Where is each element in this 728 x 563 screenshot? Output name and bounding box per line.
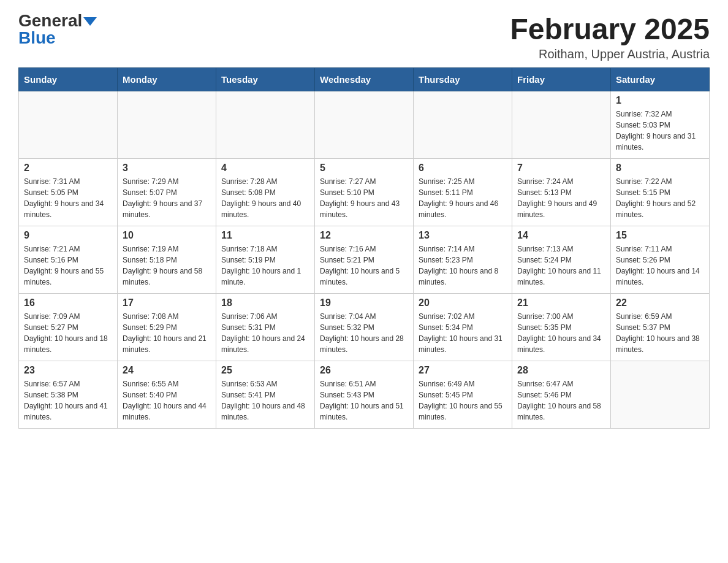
day-number: 18 — [221, 297, 309, 308]
day-number: 16 — [24, 297, 112, 308]
logo: General Blue — [18, 12, 97, 47]
day-number: 26 — [320, 365, 408, 376]
day-of-week-monday: Monday — [118, 68, 216, 91]
calendar-cell — [118, 91, 216, 159]
day-info: Sunrise: 7:21 AMSunset: 5:16 PMDaylight:… — [24, 243, 112, 288]
day-info: Sunrise: 7:00 AMSunset: 5:35 PMDaylight:… — [517, 311, 605, 355]
calendar-cell: 5Sunrise: 7:27 AMSunset: 5:10 PMDaylight… — [315, 159, 414, 226]
calendar-cell: 4Sunrise: 7:28 AMSunset: 5:08 PMDaylight… — [216, 159, 315, 226]
page-header: General Blue February 2025 Roitham, Uppe… — [18, 12, 710, 61]
calendar-cell: 15Sunrise: 7:11 AMSunset: 5:26 PMDayligh… — [611, 226, 710, 294]
calendar-cell — [315, 91, 414, 159]
day-number: 3 — [123, 163, 211, 174]
day-info: Sunrise: 6:57 AMSunset: 5:38 PMDaylight:… — [24, 378, 112, 423]
day-info: Sunrise: 6:47 AMSunset: 5:46 PMDaylight:… — [517, 378, 605, 423]
calendar-cell: 19Sunrise: 7:04 AMSunset: 5:32 PMDayligh… — [315, 294, 414, 361]
logo-blue: Blue — [18, 29, 56, 47]
day-number: 21 — [517, 297, 605, 308]
week-row-5: 23Sunrise: 6:57 AMSunset: 5:38 PMDayligh… — [19, 361, 710, 429]
day-info: Sunrise: 7:08 AMSunset: 5:29 PMDaylight:… — [123, 311, 211, 355]
calendar-cell: 6Sunrise: 7:25 AMSunset: 5:11 PMDaylight… — [414, 159, 512, 226]
calendar-cell: 10Sunrise: 7:19 AMSunset: 5:18 PMDayligh… — [118, 226, 216, 294]
day-info: Sunrise: 7:11 AMSunset: 5:26 PMDaylight:… — [616, 243, 704, 288]
day-of-week-thursday: Thursday — [414, 68, 512, 91]
week-row-4: 16Sunrise: 7:09 AMSunset: 5:27 PMDayligh… — [19, 294, 710, 361]
day-number: 25 — [221, 365, 309, 376]
calendar-header: SundayMondayTuesdayWednesdayThursdayFrid… — [19, 68, 710, 91]
day-info: Sunrise: 6:59 AMSunset: 5:37 PMDaylight:… — [616, 311, 704, 355]
day-info: Sunrise: 7:13 AMSunset: 5:24 PMDaylight:… — [517, 243, 605, 288]
day-info: Sunrise: 7:09 AMSunset: 5:27 PMDaylight:… — [24, 311, 112, 355]
calendar-cell: 16Sunrise: 7:09 AMSunset: 5:27 PMDayligh… — [19, 294, 118, 361]
day-number: 2 — [24, 163, 112, 174]
calendar-cell — [216, 91, 315, 159]
day-number: 4 — [221, 163, 309, 174]
calendar-cell — [414, 91, 512, 159]
day-info: Sunrise: 7:18 AMSunset: 5:19 PMDaylight:… — [221, 243, 309, 288]
calendar-cell — [512, 91, 611, 159]
calendar-cell: 20Sunrise: 7:02 AMSunset: 5:34 PMDayligh… — [414, 294, 512, 361]
calendar-cell: 12Sunrise: 7:16 AMSunset: 5:21 PMDayligh… — [315, 226, 414, 294]
day-number: 10 — [123, 230, 211, 241]
day-info: Sunrise: 6:55 AMSunset: 5:40 PMDaylight:… — [123, 378, 211, 423]
day-number: 7 — [517, 163, 605, 174]
calendar-cell — [19, 91, 118, 159]
day-number: 22 — [616, 297, 704, 308]
day-info: Sunrise: 7:22 AMSunset: 5:15 PMDaylight:… — [616, 176, 704, 220]
calendar-cell: 18Sunrise: 7:06 AMSunset: 5:31 PMDayligh… — [216, 294, 315, 361]
calendar-cell: 13Sunrise: 7:14 AMSunset: 5:23 PMDayligh… — [414, 226, 512, 294]
day-info: Sunrise: 7:32 AMSunset: 5:03 PMDaylight:… — [616, 109, 704, 153]
day-of-week-saturday: Saturday — [611, 68, 710, 91]
day-number: 14 — [517, 230, 605, 241]
day-number: 17 — [123, 297, 211, 308]
title-block: February 2025 Roitham, Upper Austria, Au… — [510, 12, 710, 61]
logo-arrow-icon — [83, 17, 97, 26]
day-info: Sunrise: 6:49 AMSunset: 5:45 PMDaylight:… — [419, 378, 507, 423]
calendar-cell: 26Sunrise: 6:51 AMSunset: 5:43 PMDayligh… — [315, 361, 414, 429]
calendar-cell: 23Sunrise: 6:57 AMSunset: 5:38 PMDayligh… — [19, 361, 118, 429]
calendar-cell: 8Sunrise: 7:22 AMSunset: 5:15 PMDaylight… — [611, 159, 710, 226]
days-of-week-row: SundayMondayTuesdayWednesdayThursdayFrid… — [19, 68, 710, 91]
calendar-cell: 28Sunrise: 6:47 AMSunset: 5:46 PMDayligh… — [512, 361, 611, 429]
day-number: 6 — [419, 163, 507, 174]
location-subtitle: Roitham, Upper Austria, Austria — [510, 47, 710, 61]
day-info: Sunrise: 7:04 AMSunset: 5:32 PMDaylight:… — [320, 311, 408, 355]
day-number: 28 — [517, 365, 605, 376]
calendar-cell: 9Sunrise: 7:21 AMSunset: 5:16 PMDaylight… — [19, 226, 118, 294]
day-info: Sunrise: 7:06 AMSunset: 5:31 PMDaylight:… — [221, 311, 309, 355]
day-info: Sunrise: 6:51 AMSunset: 5:43 PMDaylight:… — [320, 378, 408, 423]
week-row-2: 2Sunrise: 7:31 AMSunset: 5:05 PMDaylight… — [19, 159, 710, 226]
day-number: 5 — [320, 163, 408, 174]
calendar-table: SundayMondayTuesdayWednesdayThursdayFrid… — [18, 67, 710, 429]
day-info: Sunrise: 7:16 AMSunset: 5:21 PMDaylight:… — [320, 243, 408, 288]
day-number: 13 — [419, 230, 507, 241]
week-row-1: 1Sunrise: 7:32 AMSunset: 5:03 PMDaylight… — [19, 91, 710, 159]
day-number: 19 — [320, 297, 408, 308]
calendar-cell: 7Sunrise: 7:24 AMSunset: 5:13 PMDaylight… — [512, 159, 611, 226]
calendar-cell: 3Sunrise: 7:29 AMSunset: 5:07 PMDaylight… — [118, 159, 216, 226]
day-info: Sunrise: 6:53 AMSunset: 5:41 PMDaylight:… — [221, 378, 309, 423]
month-year-title: February 2025 — [510, 12, 710, 46]
day-number: 23 — [24, 365, 112, 376]
calendar-cell: 14Sunrise: 7:13 AMSunset: 5:24 PMDayligh… — [512, 226, 611, 294]
day-number: 11 — [221, 230, 309, 241]
day-number: 15 — [616, 230, 704, 241]
calendar-cell: 24Sunrise: 6:55 AMSunset: 5:40 PMDayligh… — [118, 361, 216, 429]
day-number: 20 — [419, 297, 507, 308]
day-number: 8 — [616, 163, 704, 174]
day-info: Sunrise: 7:25 AMSunset: 5:11 PMDaylight:… — [419, 176, 507, 220]
day-info: Sunrise: 7:29 AMSunset: 5:07 PMDaylight:… — [123, 176, 211, 220]
calendar-cell: 22Sunrise: 6:59 AMSunset: 5:37 PMDayligh… — [611, 294, 710, 361]
day-info: Sunrise: 7:31 AMSunset: 5:05 PMDaylight:… — [24, 176, 112, 220]
calendar-cell: 1Sunrise: 7:32 AMSunset: 5:03 PMDaylight… — [611, 91, 710, 159]
day-of-week-tuesday: Tuesday — [216, 68, 315, 91]
day-number: 24 — [123, 365, 211, 376]
day-info: Sunrise: 7:27 AMSunset: 5:10 PMDaylight:… — [320, 176, 408, 220]
day-info: Sunrise: 7:19 AMSunset: 5:18 PMDaylight:… — [123, 243, 211, 288]
day-number: 1 — [616, 95, 704, 106]
calendar-cell: 11Sunrise: 7:18 AMSunset: 5:19 PMDayligh… — [216, 226, 315, 294]
calendar-cell: 21Sunrise: 7:00 AMSunset: 5:35 PMDayligh… — [512, 294, 611, 361]
calendar-cell: 17Sunrise: 7:08 AMSunset: 5:29 PMDayligh… — [118, 294, 216, 361]
calendar-cell: 27Sunrise: 6:49 AMSunset: 5:45 PMDayligh… — [414, 361, 512, 429]
logo-general: General — [18, 12, 82, 29]
